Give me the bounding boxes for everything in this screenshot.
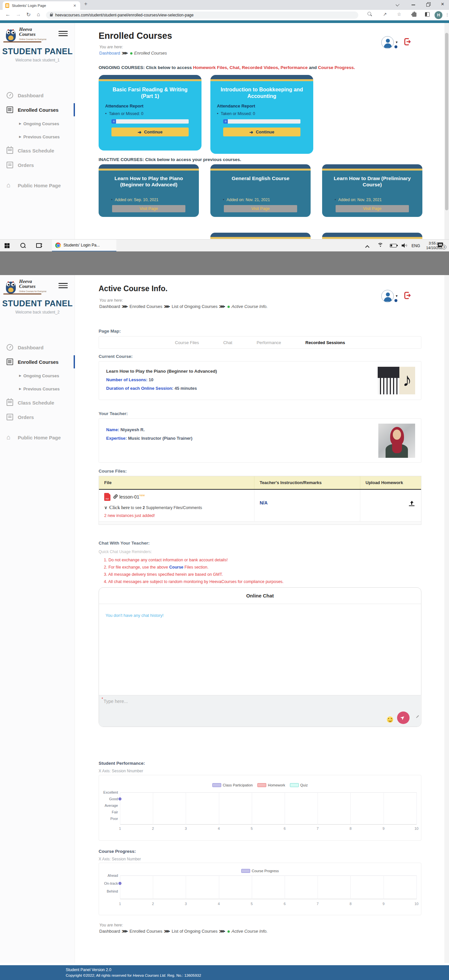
breadcrumb-dashboard-link[interactable]: Dashboard — [99, 51, 120, 56]
sidebar-item-orders[interactable]: Orders — [0, 158, 75, 172]
address-bar[interactable]: heevacourses.com/student/student-panel/e… — [46, 11, 358, 19]
back-button[interactable]: ← — [5, 11, 11, 18]
hamburger-menu-icon[interactable] — [59, 31, 68, 36]
breadcrumb-item[interactable]: List of Ongoing Courses — [172, 929, 217, 934]
you-are-here-label: You are here: — [99, 298, 123, 303]
sidebar-item-public-home-page[interactable]: ⌂Public Home Page — [0, 430, 75, 445]
language-indicator[interactable]: ENG — [412, 243, 420, 248]
upload-icon[interactable] — [409, 501, 414, 506]
file-link[interactable]: lesson-01new — [104, 493, 249, 501]
sidebar-item-dashboard[interactable]: Dashboard — [0, 340, 75, 355]
continue-button[interactable]: ➜Continue — [223, 127, 301, 136]
reload-button[interactable]: ↻ — [26, 11, 30, 18]
resize-grip[interactable] — [416, 712, 419, 716]
notification-badge: 3 — [442, 245, 446, 250]
task-view-icon[interactable] — [36, 243, 41, 248]
sidebar-item-class-schedule[interactable]: Class Schedule — [0, 395, 75, 410]
visit-page-button[interactable]: Visit Page — [336, 205, 409, 212]
battery-icon[interactable] — [390, 244, 397, 247]
browser-tab[interactable]: Students' Login Page ✕ — [3, 1, 80, 10]
arrow-right-icon: ➜ — [249, 129, 253, 135]
share-icon[interactable]: ↗ — [383, 11, 387, 17]
data-point-course-progress[interactable] — [119, 882, 122, 885]
tray-chevron-icon[interactable] — [366, 245, 369, 248]
chart-legend: Course Progress — [99, 869, 421, 873]
sidebar-item-public-home-page[interactable]: ⌂Public Home Page — [0, 178, 75, 192]
breadcrumb-arrow-icon — [164, 304, 170, 309]
tab-performance[interactable]: Performance — [257, 340, 281, 345]
chat-reminders-label: Quick Chat Usage Reminders: — [99, 549, 152, 554]
window-minimize-button[interactable] — [411, 2, 416, 6]
hamburger-menu-icon[interactable] — [59, 283, 68, 288]
chat-reminder-item: 3. All message delivery times specified … — [104, 572, 223, 577]
tab-course-files[interactable]: Course Files — [175, 340, 199, 345]
wifi-icon[interactable] — [377, 243, 383, 248]
taskbar-search-icon[interactable] — [21, 243, 26, 248]
side-panel-icon[interactable] — [425, 12, 430, 17]
visit-page-button[interactable]: Visit Page — [224, 205, 298, 212]
pdf-icon — [104, 493, 110, 501]
continue-button[interactable]: ➜Continue — [111, 127, 189, 136]
sidebar-item-previous-courses[interactable]: ▶Previous Courses — [0, 130, 75, 143]
chat-title: Online Chat — [99, 588, 421, 604]
window-close-button[interactable]: ✕ — [441, 2, 445, 6]
forward-button[interactable]: → — [16, 11, 21, 18]
chart-legend: Class Participation Homework Quiz — [99, 783, 421, 787]
start-button-icon[interactable] — [5, 243, 10, 248]
y-tick-label: Excellent — [101, 791, 118, 794]
sidebar-item-ongoing-courses[interactable]: ▶Ongoing Courses — [0, 117, 75, 130]
ongoing-course-card[interactable]: Introduction to Bookkeeping and Accounti… — [210, 75, 313, 154]
supplementary-toggle[interactable]: ∨Click here to see 2 Supplementary Files… — [104, 505, 249, 511]
breadcrumb-item[interactable]: Dashboard — [99, 304, 120, 309]
breadcrumb-item[interactable]: Dashboard — [99, 929, 120, 934]
chat-message-input[interactable] — [103, 699, 449, 717]
inactive-course-card[interactable]: Learn How to Play the Piano (Beginner to… — [99, 164, 199, 217]
sidebar-item-previous-courses[interactable]: ▶Previous Courses — [0, 382, 75, 395]
page-title: Active Course Info. — [99, 284, 168, 293]
send-button[interactable]: ➤ — [397, 711, 409, 724]
visit-page-button[interactable]: Visit Page — [112, 205, 186, 212]
bookmark-star-icon[interactable]: ☆ — [397, 11, 401, 17]
window-chevron-icon[interactable] — [395, 2, 400, 6]
chat-input-area: ➤ — [99, 695, 421, 727]
sidebar-item-enrolled-courses[interactable]: Enrolled Courses — [0, 103, 75, 117]
avatar-caret-icon[interactable]: ▾ — [396, 294, 398, 298]
sidebar-item-ongoing-courses[interactable]: ▶Ongoing Courses — [0, 369, 75, 382]
tab-chat[interactable]: Chat — [223, 340, 232, 345]
heeva-owl-logo — [5, 28, 18, 43]
logout-button[interactable]: ➜ — [404, 291, 413, 300]
required-asterisk — [102, 697, 103, 701]
teacher-box: Name: Niyayesh R. Expertise: Music Instr… — [99, 418, 421, 463]
sidebar-item-orders[interactable]: Orders — [0, 410, 75, 424]
logout-button[interactable]: ➜ — [404, 38, 413, 46]
window-restore-button[interactable] — [426, 2, 431, 6]
scrollbar-thumb[interactable] — [445, 33, 448, 210]
sidebar-item-enrolled-courses[interactable]: Enrolled Courses — [0, 355, 75, 369]
new-tab-button[interactable]: + — [84, 1, 88, 7]
user-avatar[interactable] — [381, 290, 394, 302]
taskbar-chrome-task[interactable]: Students' Login Pa... — [52, 240, 116, 252]
column-header-upload: Upload Homework — [360, 476, 421, 489]
emoji-button[interactable] — [387, 716, 393, 723]
duration-row: Duration of each Online Session: 45 minu… — [106, 386, 197, 391]
speaker-icon[interactable] — [402, 243, 408, 248]
avatar-caret-icon[interactable]: ▾ — [396, 40, 398, 45]
sidebar-item-dashboard[interactable]: Dashboard — [0, 88, 75, 103]
inactive-course-card[interactable]: Learn How to Draw (Preliminary Course) A… — [322, 164, 422, 217]
ongoing-course-card[interactable]: Basic Farsi Reading & Writing (Part 1) A… — [99, 75, 202, 151]
inactive-course-card[interactable]: General English Course Added on: Nov. 21… — [210, 164, 310, 217]
tab-recorded-sessions[interactable]: Recorded Sessions — [306, 340, 345, 345]
breadcrumb-item[interactable]: Enrolled Courses — [129, 929, 162, 934]
user-avatar[interactable] — [381, 36, 394, 49]
browser-menu-icon[interactable]: ⋮ — [445, 12, 449, 17]
zoom-icon[interactable] — [368, 12, 372, 16]
breadcrumb-item[interactable]: Enrolled Courses — [129, 304, 162, 309]
tab-close-icon[interactable]: ✕ — [72, 3, 78, 8]
chat-history-area: You don't have any chat history! — [99, 604, 421, 695]
browser-profile-avatar[interactable]: H — [435, 11, 443, 19]
home-button[interactable]: ⌂ — [37, 11, 40, 18]
extensions-icon[interactable] — [412, 13, 416, 17]
breadcrumb-item[interactable]: List of Ongoing Courses — [172, 304, 217, 309]
sidebar-item-class-schedule[interactable]: Class Schedule — [0, 143, 75, 158]
data-point-class-participation[interactable] — [119, 798, 122, 800]
